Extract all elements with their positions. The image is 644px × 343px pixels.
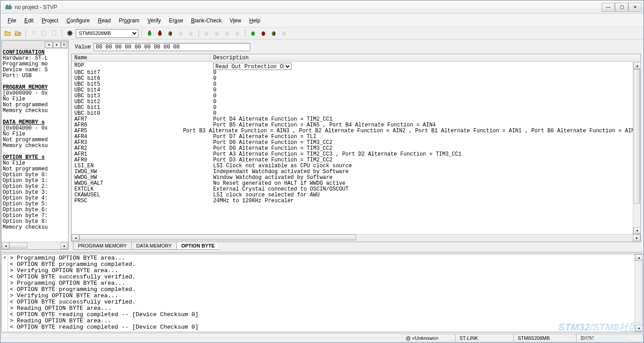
hscroll-right-icon[interactable]: ▸ bbox=[633, 234, 640, 241]
svg-point-19 bbox=[262, 31, 265, 36]
menu-verify[interactable]: Verify bbox=[144, 16, 164, 25]
maximize-button[interactable]: ▢ bbox=[615, 3, 628, 12]
status-link: ST-LINK bbox=[455, 334, 514, 342]
output-vscrollbar[interactable]: ▴ ▾ bbox=[635, 254, 642, 332]
tab-data-memory[interactable]: DATA MEMORY bbox=[131, 242, 176, 250]
value-input[interactable] bbox=[94, 43, 250, 51]
cell-desc: 0 bbox=[210, 105, 640, 111]
sidebar-tab-left[interactable]: ◂ bbox=[45, 42, 53, 48]
bug9-icon[interactable] bbox=[233, 29, 242, 38]
chip-icon[interactable] bbox=[65, 29, 74, 38]
col-name[interactable]: Name bbox=[72, 54, 210, 61]
list-row[interactable]: UBC bit10 bbox=[72, 105, 640, 111]
cell-name: UBC bit0 bbox=[72, 111, 210, 117]
list-row[interactable]: UBC bit30 bbox=[72, 93, 640, 99]
list-row[interactable]: WWDG_HALTNo Reset generated on HALT if W… bbox=[72, 181, 640, 187]
list-hscrollbar[interactable]: ◂ ▸ bbox=[72, 234, 640, 242]
scroll-left-icon[interactable]: ◂ bbox=[2, 243, 9, 249]
output-line: > Verifying OPTION BYTE area... bbox=[10, 293, 633, 299]
list-row[interactable]: WWDG_HWWindow Watchdog activated by Soft… bbox=[72, 175, 640, 181]
list-row[interactable]: LSI_ENLSI Clock not available as CPU clo… bbox=[72, 163, 640, 169]
menu-read[interactable]: Read bbox=[94, 16, 114, 25]
window-controls: — ▢ ✕ bbox=[601, 3, 642, 12]
bug2-icon[interactable] bbox=[155, 29, 164, 38]
bug7-icon[interactable] bbox=[212, 29, 221, 38]
list-row[interactable]: AFR4Port D7 Alternate Function = TLI bbox=[72, 134, 640, 140]
main-pane: Value Name Description ROPRead Out Prote… bbox=[69, 40, 643, 250]
menu-blankcheck[interactable]: Blank-Check bbox=[188, 16, 225, 25]
bug6-icon[interactable] bbox=[202, 29, 211, 38]
copy-icon[interactable] bbox=[39, 29, 48, 38]
hscroll-thumb[interactable] bbox=[79, 234, 356, 240]
menu-edit[interactable]: Edit bbox=[21, 16, 37, 25]
folder-icon[interactable] bbox=[13, 29, 22, 38]
vscroll-down-icon[interactable]: ▾ bbox=[633, 227, 641, 234]
scroll-right-icon[interactable]: ▸ bbox=[60, 243, 68, 249]
sidebar-scrollbar[interactable]: ◂ ▸ bbox=[2, 242, 68, 249]
list-row[interactable]: UBC bit40 bbox=[72, 87, 640, 93]
list-vscrollbar[interactable]: ▴ ▾ bbox=[633, 62, 640, 234]
cell-name: AFR4 bbox=[72, 134, 210, 140]
cut-icon[interactable] bbox=[29, 29, 38, 38]
device-select[interactable]: STM8S208MB bbox=[76, 29, 138, 38]
cell-name: AFR3 bbox=[72, 140, 210, 146]
list-row[interactable]: AFR5Port B3 Alternate Function = AIN3 , … bbox=[72, 128, 640, 134]
sidebar-header: ◂ ▸ × bbox=[2, 41, 68, 49]
bug12-icon[interactable] bbox=[269, 29, 278, 38]
bug5-icon[interactable] bbox=[186, 29, 195, 38]
sidebar-close-icon[interactable]: × bbox=[61, 42, 67, 48]
bug8-icon[interactable] bbox=[223, 29, 232, 38]
status-mode: SWIM bbox=[576, 334, 644, 342]
vscroll-up-icon[interactable]: ▴ bbox=[633, 62, 641, 69]
menu-erase[interactable]: Erase bbox=[165, 16, 186, 25]
titlebar[interactable]: no project - STVP — ▢ ✕ bbox=[0, 0, 644, 14]
list-row[interactable]: EXTCLKExternal Crystal connected to OSCI… bbox=[72, 187, 640, 192]
rop-select[interactable]: Read Out Protection OFF bbox=[213, 63, 292, 70]
open-icon[interactable] bbox=[3, 29, 12, 38]
scroll-thumb[interactable] bbox=[9, 243, 27, 248]
list-body: ROPRead Out Protection OFFUBC bit70UBC b… bbox=[72, 62, 640, 234]
list-row[interactable]: UBC bit20 bbox=[72, 99, 640, 105]
list-row[interactable]: UBC bit50 bbox=[72, 82, 640, 87]
list-row[interactable]: AFR0Port D3 Alternate Function = TIM2_CC… bbox=[72, 157, 640, 163]
output-line: < OPTION BYTE programming completed. bbox=[10, 261, 633, 268]
out-scroll-down-icon[interactable]: ▾ bbox=[635, 325, 643, 332]
sidebar-tab-right[interactable]: ▸ bbox=[53, 42, 61, 48]
menu-help[interactable]: Help bbox=[245, 16, 264, 25]
output-close-icon[interactable]: × bbox=[2, 254, 8, 332]
close-button[interactable]: ✕ bbox=[628, 3, 642, 12]
menu-file[interactable]: File bbox=[4, 16, 20, 25]
list-row[interactable]: ROPRead Out Protection OFF bbox=[72, 63, 640, 70]
bug13-icon[interactable] bbox=[279, 29, 288, 38]
tab-option-byte[interactable]: OPTION BYTE bbox=[176, 242, 220, 250]
menu-configure[interactable]: Configure bbox=[63, 16, 93, 25]
list-row[interactable]: AFR3Port D0 Alternate Function = TIM3_CC… bbox=[72, 140, 640, 146]
menu-program[interactable]: Program bbox=[115, 16, 143, 25]
list-row[interactable]: IWDG_HWIndependant Watchdog activated by… bbox=[72, 169, 640, 175]
cell-desc: 0 bbox=[210, 70, 640, 76]
svg-point-7 bbox=[149, 30, 150, 32]
list-row[interactable]: UBC bit60 bbox=[72, 76, 640, 82]
tab-program-memory[interactable]: PROGRAM MEMORY bbox=[73, 242, 132, 250]
list-row[interactable]: UBC bit70 bbox=[72, 70, 640, 76]
hscroll-left-icon[interactable]: ◂ bbox=[72, 234, 79, 241]
bug10-icon[interactable] bbox=[249, 29, 258, 38]
menu-view[interactable]: View bbox=[226, 16, 245, 25]
bug1-icon[interactable] bbox=[145, 29, 154, 38]
list-row[interactable]: UBC bit00 bbox=[72, 111, 640, 117]
bug4-icon[interactable] bbox=[176, 29, 185, 38]
out-scroll-up-icon[interactable]: ▴ bbox=[635, 254, 643, 261]
list-row[interactable]: PRSC24MHz to 128KHz Prescaler bbox=[72, 198, 640, 204]
bug11-icon[interactable] bbox=[259, 29, 268, 38]
output-line: < OPTION BYTE programming completed. bbox=[10, 287, 633, 293]
paste-icon[interactable] bbox=[50, 29, 59, 38]
value-row: Value bbox=[69, 40, 643, 54]
list-row[interactable]: CKAWUSELLSI clock source selected for AW… bbox=[72, 192, 640, 198]
bug3-icon[interactable] bbox=[166, 29, 175, 38]
minimize-button[interactable]: — bbox=[601, 3, 615, 12]
list-row[interactable]: AFR1Port A3 Alternate Function = TIM2_CC… bbox=[72, 152, 640, 157]
svg-point-15 bbox=[215, 31, 219, 36]
col-desc[interactable]: Description bbox=[210, 54, 640, 61]
vscroll-thumb[interactable] bbox=[634, 69, 640, 204]
menu-project[interactable]: Project bbox=[38, 16, 62, 25]
